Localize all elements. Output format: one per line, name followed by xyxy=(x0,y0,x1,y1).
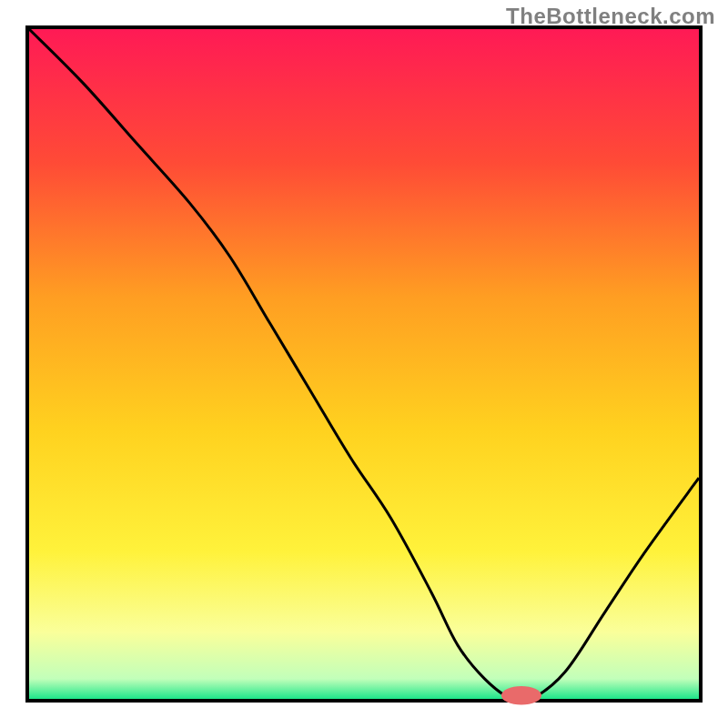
chart-canvas xyxy=(0,0,728,728)
optimum-marker xyxy=(501,686,541,705)
gradient-background xyxy=(29,29,699,699)
